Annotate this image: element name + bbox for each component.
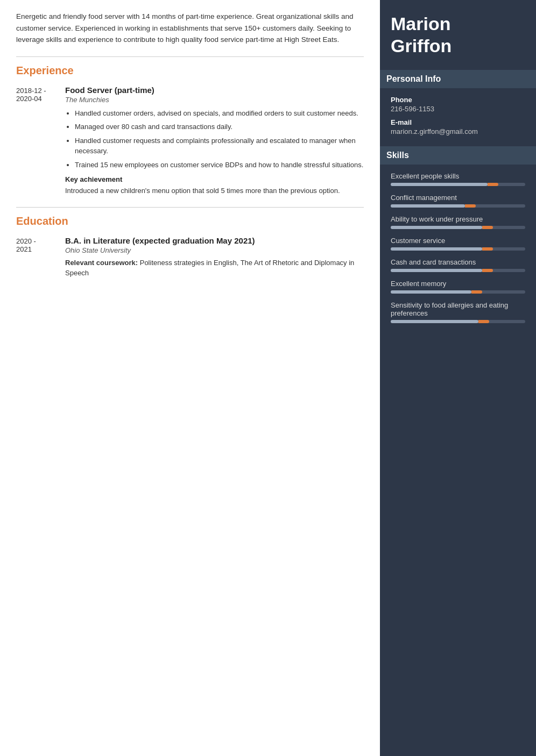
skill-name: Excellent people skills bbox=[391, 172, 525, 180]
email-value: marion.z.girffon@gmail.com bbox=[391, 127, 525, 135]
education-section-title: Education bbox=[16, 215, 364, 227]
bullet-item: Handled customer requests and complaints… bbox=[75, 135, 364, 156]
skill-bar-background bbox=[391, 290, 525, 294]
bullet-item: Managed over 80 cash and card transactio… bbox=[75, 122, 364, 132]
skill-bar-background bbox=[391, 226, 525, 229]
last-name: Griffon bbox=[391, 35, 452, 56]
skill-name: Excellent memory bbox=[391, 280, 525, 288]
skill-name: Customer service bbox=[391, 237, 525, 245]
phone-value: 216-596-1153 bbox=[391, 105, 525, 113]
first-name: Marion bbox=[391, 13, 450, 34]
skill-item: Cash and card transactions bbox=[391, 258, 525, 272]
experience-divider bbox=[16, 56, 364, 57]
skill-bar-accent bbox=[488, 183, 498, 186]
edu-date: 2020 -2021 bbox=[16, 236, 57, 279]
bullet-item: Trained 15 new employees on customer ser… bbox=[75, 160, 364, 170]
skill-bar-accent bbox=[482, 269, 493, 272]
skill-bar-accent bbox=[465, 204, 476, 208]
skill-item: Excellent memory bbox=[391, 280, 525, 294]
education-list: 2020 -2021B.A. in Literature (expected g… bbox=[16, 236, 364, 279]
skill-item: Conflict management bbox=[391, 194, 525, 208]
education-divider bbox=[16, 207, 364, 208]
degree-title: B.A. in Literature (expected graduation … bbox=[65, 236, 364, 245]
skill-bar-fill bbox=[391, 247, 482, 251]
skill-item: Ability to work under pressure bbox=[391, 215, 525, 229]
coursework-text: Relevant coursework: Politeness strategi… bbox=[65, 258, 364, 279]
key-achievement-title: Key achievement bbox=[65, 175, 364, 183]
skill-bar-fill bbox=[391, 183, 488, 186]
name-block: Marion Griffon bbox=[391, 13, 525, 57]
skill-bar-background bbox=[391, 183, 525, 186]
skills-list: Excellent people skillsConflict manageme… bbox=[391, 172, 525, 323]
bullet-list: Handled customer orders, advised on spec… bbox=[65, 108, 364, 170]
key-achievement-text: Introduced a new children's menu option … bbox=[65, 186, 364, 196]
skill-bar-background bbox=[391, 204, 525, 208]
personal-info-title: Personal Info bbox=[380, 70, 536, 88]
skill-bar-accent bbox=[471, 290, 482, 294]
skill-bar-fill bbox=[391, 204, 465, 208]
school-name: Ohio State University bbox=[65, 246, 364, 254]
skill-name: Sensitivity to food allergies and eating… bbox=[391, 301, 525, 317]
skill-bar-background bbox=[391, 247, 525, 251]
skill-item: Customer service bbox=[391, 237, 525, 251]
left-column: Energetic and friendly food server with … bbox=[0, 0, 380, 756]
skill-bar-background bbox=[391, 320, 525, 323]
skill-item: Sensitivity to food allergies and eating… bbox=[391, 301, 525, 323]
experience-entry: 2018-12 -2020-04Food Server (part-time)T… bbox=[16, 85, 364, 196]
experience-section-title: Experience bbox=[16, 65, 364, 77]
skill-bar-fill bbox=[391, 226, 482, 229]
skill-bar-accent bbox=[482, 247, 493, 251]
email-label: E-mail bbox=[391, 118, 525, 126]
summary-text: Energetic and friendly food server with … bbox=[16, 11, 364, 46]
exp-details: Food Server (part-time)The MunchiesHandl… bbox=[65, 85, 364, 196]
skill-bar-accent bbox=[482, 226, 493, 229]
skill-name: Ability to work under pressure bbox=[391, 215, 525, 223]
skill-bar-background bbox=[391, 269, 525, 272]
phone-label: Phone bbox=[391, 96, 525, 104]
skill-bar-fill bbox=[391, 320, 478, 323]
exp-date: 2018-12 -2020-04 bbox=[16, 85, 57, 196]
education-entry: 2020 -2021B.A. in Literature (expected g… bbox=[16, 236, 364, 279]
skill-bar-fill bbox=[391, 290, 471, 294]
edu-details: B.A. in Literature (expected graduation … bbox=[65, 236, 364, 279]
skills-title: Skills bbox=[380, 146, 536, 165]
skill-bar-fill bbox=[391, 269, 482, 272]
experience-list: 2018-12 -2020-04Food Server (part-time)T… bbox=[16, 85, 364, 196]
skill-name: Conflict management bbox=[391, 194, 525, 202]
candidate-name: Marion Griffon bbox=[391, 13, 525, 57]
job-title: Food Server (part-time) bbox=[65, 85, 364, 95]
skill-name: Cash and card transactions bbox=[391, 258, 525, 266]
skill-item: Excellent people skills bbox=[391, 172, 525, 186]
resume-wrapper: Energetic and friendly food server with … bbox=[0, 0, 536, 756]
bullet-item: Handled customer orders, advised on spec… bbox=[75, 108, 364, 119]
skill-bar-accent bbox=[478, 320, 489, 323]
right-column: Marion Griffon Personal Info Phone 216-5… bbox=[380, 0, 536, 756]
company-name: The Munchies bbox=[65, 96, 364, 104]
